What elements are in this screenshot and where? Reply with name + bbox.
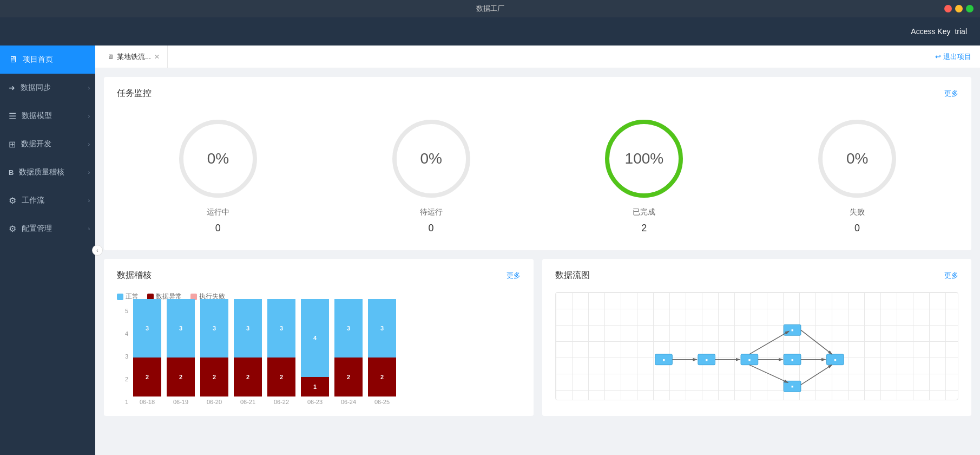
- minimize-button[interactable]: [955, 5, 963, 12]
- y-axis-label: 5: [125, 308, 128, 314]
- bar-stack: 23: [334, 299, 363, 396]
- bar-group: 1406-23: [301, 299, 329, 405]
- bar-segment-normal: 4: [301, 299, 329, 377]
- sidebar-item-sync[interactable]: ➜ 数据同步 ›: [0, 74, 95, 102]
- y-axis-label: 3: [125, 353, 128, 360]
- circle-text-completed: 100%: [625, 150, 664, 167]
- chevron-right-icon: ›: [88, 85, 90, 91]
- bar-label: 06-23: [307, 399, 323, 405]
- task-item-running: 0% 运行中 0: [175, 115, 261, 234]
- model-icon: ☰: [9, 111, 16, 121]
- bar-stack: 23: [234, 299, 262, 396]
- y-axis: 54321: [117, 308, 130, 405]
- task-monitor-more[interactable]: 更多: [944, 89, 958, 99]
- chevron-right-icon4: ›: [88, 170, 90, 176]
- bar-segment-abnormal: 2: [368, 358, 396, 396]
- bar-segment-abnormal: 2: [267, 358, 295, 396]
- app-title: 数据工厂: [476, 4, 504, 14]
- svg-line-25: [749, 365, 787, 383]
- data-flow-card: 数据流图 更多 ■ ■: [542, 259, 972, 416]
- y-axis-label: 1: [125, 399, 128, 405]
- task-value-completed: 2: [641, 223, 647, 234]
- circle-text-running: 0%: [207, 150, 229, 167]
- chevron-right-icon5: ›: [88, 198, 90, 204]
- maximize-button[interactable]: [966, 5, 974, 12]
- sidebar-label-dev: 数据开发: [21, 139, 87, 149]
- config-icon: ⚙: [9, 224, 16, 234]
- data-flow-more[interactable]: 更多: [944, 271, 958, 281]
- sidebar-item-workflow[interactable]: ⚙ 工作流 ›: [0, 186, 95, 214]
- bar-segment-normal: 3: [167, 299, 195, 358]
- title-bar: 数据工厂: [0, 0, 980, 17]
- bar-group: 2306-18: [133, 299, 161, 405]
- exit-project-button[interactable]: ↩ 退出项目: [935, 52, 971, 62]
- bar-group: 2306-24: [334, 299, 363, 405]
- sidebar-label-sync: 数据同步: [21, 83, 87, 93]
- data-flow-title: 数据流图: [555, 270, 590, 281]
- task-item-failed: 0% 失败 0: [814, 115, 900, 234]
- quality-icon: B: [9, 168, 14, 177]
- bar-segment-normal: 3: [234, 299, 262, 358]
- header-bar: Access Key trial: [0, 17, 980, 46]
- bar-segment-abnormal: 1: [301, 377, 329, 396]
- bar-label: 06-19: [173, 399, 188, 405]
- sidebar-item-home[interactable]: 🖥 项目首页: [0, 46, 95, 74]
- task-monitor-title: 任务监控: [117, 88, 152, 99]
- task-label-failed: 失败: [850, 207, 865, 217]
- y-axis-label: 4: [125, 330, 128, 337]
- dev-icon: ⊞: [9, 139, 16, 150]
- chevron-right-icon3: ›: [88, 141, 90, 147]
- data-quality-card: 数据稽核 更多 正常数据异常执行失败 54321 2306-182306-192…: [104, 259, 534, 416]
- bar-stack: 23: [133, 299, 161, 396]
- task-monitor-grid: 0% 运行中 0 0% 待运行 0 100% 已完成 2: [117, 110, 958, 239]
- task-value-running: 0: [215, 223, 221, 234]
- access-key-label: Access Key: [911, 27, 950, 36]
- circle-text-failed: 0%: [846, 150, 868, 167]
- sidebar-label-config: 配置管理: [22, 224, 87, 233]
- svg-text:■: ■: [791, 328, 793, 332]
- task-value-failed: 0: [854, 223, 860, 234]
- svg-line-26: [800, 330, 831, 354]
- tab-monitor-icon: 🖥: [107, 53, 114, 61]
- bar-stack: 23: [167, 299, 195, 396]
- sync-icon: ➜: [9, 83, 15, 92]
- task-monitor-header: 任务监控 更多: [117, 88, 958, 99]
- task-label-completed: 已完成: [633, 207, 655, 217]
- sidebar-collapse-button[interactable]: ‹: [92, 245, 103, 256]
- flow-diagram: ■ ■ ■ ■ ■ ■: [555, 292, 959, 400]
- tab-close-button[interactable]: ✕: [154, 53, 160, 61]
- close-button[interactable]: [944, 5, 952, 12]
- svg-line-24: [749, 331, 788, 354]
- circle-completed: 100%: [601, 115, 687, 202]
- svg-line-27: [800, 365, 831, 385]
- data-quality-title: 数据稽核: [117, 270, 152, 281]
- bar-group: 2306-20: [200, 299, 228, 405]
- svg-text:■: ■: [834, 358, 836, 362]
- tab-project[interactable]: 🖥 某地铁流... ✕: [100, 46, 168, 68]
- circle-pending: 0%: [388, 115, 475, 202]
- bar-segment-abnormal: 2: [234, 358, 262, 396]
- bar-group: 2306-19: [167, 299, 195, 405]
- sidebar-item-model[interactable]: ☰ 数据模型 ›: [0, 102, 95, 130]
- bar-stack: 23: [200, 299, 228, 396]
- legend-dot: [117, 294, 123, 300]
- circle-failed: 0%: [814, 115, 900, 202]
- bar-segment-normal: 3: [334, 299, 363, 358]
- sidebar-label-home: 项目首页: [23, 55, 87, 64]
- sidebar-item-quality[interactable]: B 数据质量稽核 ›: [0, 158, 95, 186]
- bar-segment-abnormal: 2: [200, 358, 228, 396]
- flow-svg: ■ ■ ■ ■ ■ ■: [556, 292, 958, 400]
- bar-segment-abnormal: 2: [133, 358, 161, 396]
- workflow-icon: ⚙: [9, 196, 16, 206]
- monitor-icon: 🖥: [9, 55, 17, 64]
- bar-segment-normal: 3: [267, 299, 295, 358]
- svg-text:■: ■: [791, 358, 793, 362]
- bar-label: 06-24: [341, 399, 356, 405]
- sidebar-item-dev[interactable]: ⊞ 数据开发 ›: [0, 130, 95, 158]
- sidebar-item-config[interactable]: ⚙ 配置管理 ›: [0, 214, 95, 243]
- app-layout: 🖥 项目首页 ➜ 数据同步 › ☰ 数据模型 › ⊞ 数据开发 › B 数据质量…: [0, 46, 980, 455]
- data-quality-more[interactable]: 更多: [507, 271, 521, 281]
- exit-icon: ↩: [935, 53, 941, 61]
- bar-stack: 23: [267, 299, 295, 396]
- data-flow-header: 数据流图 更多: [555, 270, 959, 281]
